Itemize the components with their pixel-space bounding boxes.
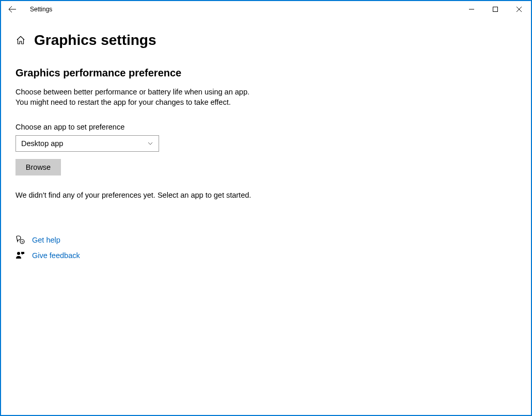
titlebar: Settings [1, 1, 531, 18]
dropdown-value: Desktop app [21, 139, 63, 148]
section-heading: Graphics performance preference [15, 67, 517, 79]
svg-point-6 [17, 252, 20, 255]
page-header: Graphics settings [15, 32, 517, 49]
maximize-icon [493, 7, 498, 12]
svg-rect-1 [493, 7, 498, 12]
svg-rect-7 [21, 252, 24, 254]
description-line-1: Choose between better performance or bat… [15, 88, 249, 96]
feedback-icon [15, 251, 25, 260]
browse-button[interactable]: Browse [15, 159, 61, 175]
minimize-button[interactable] [460, 1, 483, 18]
maximize-button[interactable] [483, 1, 507, 18]
get-help-link[interactable]: Get help [32, 236, 60, 244]
settings-window: Settings [0, 0, 532, 416]
dropdown-label: Choose an app to set preference [15, 123, 517, 131]
svg-text:?: ? [21, 241, 23, 244]
browse-label: Browse [26, 163, 51, 171]
page-title: Graphics settings [34, 32, 157, 49]
chevron-down-icon [147, 140, 153, 147]
close-icon [517, 7, 522, 12]
description-line-2: You might need to restart the app for yo… [15, 98, 231, 106]
content-area: Graphics settings Graphics performance p… [1, 18, 531, 415]
home-button[interactable] [15, 35, 26, 45]
status-text: We didn't find any of your preferences y… [15, 191, 517, 199]
back-button[interactable] [7, 4, 18, 14]
window-controls [460, 1, 531, 18]
give-feedback-link[interactable]: Give feedback [32, 251, 80, 260]
close-button[interactable] [507, 1, 531, 18]
minimize-icon [469, 7, 474, 12]
help-icon: ? [15, 235, 25, 245]
home-icon [16, 36, 25, 45]
give-feedback-row: Give feedback [15, 251, 517, 260]
window-title: Settings [30, 6, 52, 13]
get-help-row: ? Get help [15, 235, 517, 245]
app-type-dropdown[interactable]: Desktop app [15, 135, 159, 152]
back-arrow-icon [8, 5, 17, 13]
titlebar-left: Settings [1, 4, 52, 14]
section-description: Choose between better performance or bat… [15, 87, 325, 107]
